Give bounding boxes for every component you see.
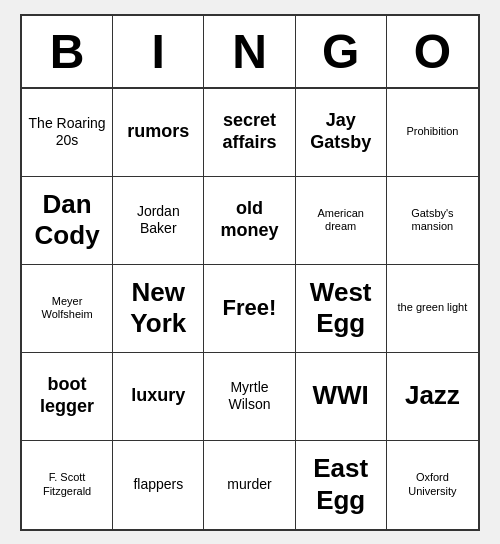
cell-text-2: secret affairs bbox=[210, 110, 288, 153]
bingo-cell-18: WWI bbox=[296, 353, 387, 441]
bingo-cell-15: boot legger bbox=[22, 353, 113, 441]
bingo-cell-19: Jazz bbox=[387, 353, 478, 441]
bingo-cell-20: F. Scott Fitzgerald bbox=[22, 441, 113, 529]
bingo-cell-21: flappers bbox=[113, 441, 204, 529]
cell-text-4: Prohibition bbox=[406, 125, 458, 138]
bingo-letter-g: G bbox=[296, 16, 387, 87]
bingo-cell-3: Jay Gatsby bbox=[296, 89, 387, 177]
bingo-card: BINGO The Roaring 20srumorssecret affair… bbox=[20, 14, 480, 531]
bingo-cell-2: secret affairs bbox=[204, 89, 295, 177]
cell-text-12: Free! bbox=[223, 295, 277, 321]
bingo-cell-8: American dream bbox=[296, 177, 387, 265]
cell-text-10: Meyer Wolfsheim bbox=[28, 295, 106, 321]
bingo-cell-0: The Roaring 20s bbox=[22, 89, 113, 177]
bingo-header: BINGO bbox=[22, 16, 478, 89]
bingo-cell-9: Gatsby's mansion bbox=[387, 177, 478, 265]
bingo-cell-10: Meyer Wolfsheim bbox=[22, 265, 113, 353]
bingo-letter-n: N bbox=[204, 16, 295, 87]
cell-text-5: Dan Cody bbox=[28, 189, 106, 251]
cell-text-24: Oxford University bbox=[393, 471, 472, 497]
cell-text-3: Jay Gatsby bbox=[302, 110, 380, 153]
bingo-cell-22: murder bbox=[204, 441, 295, 529]
cell-text-19: Jazz bbox=[405, 380, 460, 411]
cell-text-20: F. Scott Fitzgerald bbox=[28, 471, 106, 497]
bingo-cell-24: Oxford University bbox=[387, 441, 478, 529]
bingo-cell-16: luxury bbox=[113, 353, 204, 441]
bingo-letter-i: I bbox=[113, 16, 204, 87]
bingo-cell-13: West Egg bbox=[296, 265, 387, 353]
cell-text-23: East Egg bbox=[302, 453, 380, 515]
cell-text-13: West Egg bbox=[302, 277, 380, 339]
cell-text-9: Gatsby's mansion bbox=[393, 207, 472, 233]
bingo-grid: The Roaring 20srumorssecret affairsJay G… bbox=[22, 89, 478, 529]
cell-text-18: WWI bbox=[313, 380, 369, 411]
cell-text-11: New York bbox=[119, 277, 197, 339]
bingo-cell-11: New York bbox=[113, 265, 204, 353]
bingo-cell-12: Free! bbox=[204, 265, 295, 353]
cell-text-6: Jordan Baker bbox=[119, 203, 197, 237]
cell-text-16: luxury bbox=[131, 385, 185, 407]
cell-text-22: murder bbox=[227, 476, 271, 493]
cell-text-1: rumors bbox=[127, 121, 189, 143]
bingo-cell-23: East Egg bbox=[296, 441, 387, 529]
cell-text-14: the green light bbox=[398, 301, 468, 314]
cell-text-7: old money bbox=[210, 198, 288, 241]
cell-text-0: The Roaring 20s bbox=[28, 115, 106, 149]
cell-text-17: Myrtle Wilson bbox=[210, 379, 288, 413]
cell-text-15: boot legger bbox=[28, 374, 106, 417]
bingo-cell-5: Dan Cody bbox=[22, 177, 113, 265]
cell-text-8: American dream bbox=[302, 207, 380, 233]
bingo-letter-b: B bbox=[22, 16, 113, 87]
bingo-cell-6: Jordan Baker bbox=[113, 177, 204, 265]
bingo-cell-17: Myrtle Wilson bbox=[204, 353, 295, 441]
bingo-cell-4: Prohibition bbox=[387, 89, 478, 177]
bingo-letter-o: O bbox=[387, 16, 478, 87]
bingo-cell-14: the green light bbox=[387, 265, 478, 353]
cell-text-21: flappers bbox=[133, 476, 183, 493]
bingo-cell-1: rumors bbox=[113, 89, 204, 177]
bingo-cell-7: old money bbox=[204, 177, 295, 265]
